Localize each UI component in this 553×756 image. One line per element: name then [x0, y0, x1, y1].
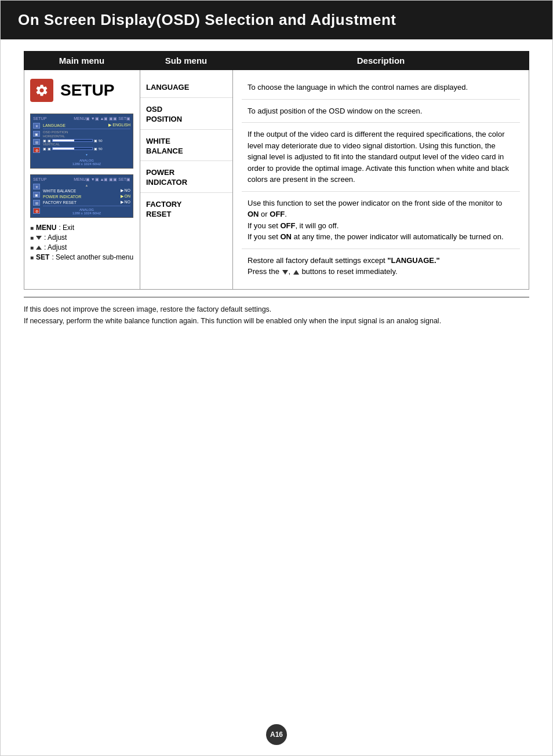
osd1-hbar: ▣ ▣ ▣ 50 — [43, 138, 130, 143]
sub-menu-column: LANGUAGE OSDPOSITION WHITEBALANCE POWERI… — [140, 70, 233, 289]
control-notes: ■ MENU : Exit ■ : Adjust ■ — [30, 224, 134, 261]
osd-screen-2: SETUP MENU▣ ▼▣ ▲▣ ▣▣ SET▣ ✳ ▣ ⊞ ⚙ ▲ — [30, 174, 133, 218]
note-down: ■ : Adjust — [30, 233, 134, 242]
footer-note: If this does not improve the screen imag… — [24, 297, 529, 327]
page-title: On Screen Display(OSD) Selection and Adj… — [18, 11, 396, 28]
left-column: SETUP SETUP MENU▣ ▼▣ ▲▣ ▣▣ SET▣ ✳ ▣ ⊞ ⚙ — [24, 70, 140, 289]
setup-label: SETUP — [60, 81, 114, 100]
sub-item-white-balance: WHITEBALANCE — [140, 130, 232, 162]
osd2-topbar: SETUP MENU▣ ▼▣ ▲▣ ▣▣ SET▣ — [33, 177, 130, 182]
down-arrow-icon — [282, 270, 288, 275]
osd2-sidebar: ✳ ▣ ⊞ ⚙ ▲ WHITE BALANCE ▶ NO — [33, 184, 130, 215]
osd2-content: ▲ WHITE BALANCE ▶ NO POWER INDICATOR ▶ O… — [43, 184, 130, 215]
sub-item-language: LANGUAGE — [140, 76, 232, 98]
osd1-icons: ✳ ▣ ⊞ ⚙ — [33, 123, 41, 166]
note-menu: ■ MENU : Exit — [30, 224, 134, 232]
osd2-icon1: ✳ — [33, 184, 40, 189]
desc-white-balance: If the output of the video card is diffe… — [242, 123, 520, 192]
osd-screen-1: SETUP MENU▣ ▼▣ ▲▣ ▣▣ SET▣ ✳ ▣ ⊞ ⚙ LANGUA — [30, 114, 133, 169]
up-arrow-icon — [293, 270, 299, 275]
sub-item-osd: OSDPOSITION — [140, 98, 232, 130]
osd2-div — [43, 206, 130, 206]
gear-svg — [35, 83, 49, 97]
setup-icon-row: SETUP — [30, 79, 134, 108]
content-area: Main menu Sub menu Description SETUP — [1, 39, 552, 344]
col-main-header: Main menu — [24, 51, 140, 70]
sub-item-power: POWERINDICATOR — [140, 161, 232, 193]
note-up: ■ : Adjust — [30, 243, 134, 251]
osd2-icons: ✳ ▣ ⊞ ⚙ — [33, 184, 41, 215]
footer-line1: If this does not improve the screen imag… — [24, 305, 271, 313]
desc-osd-position: To adjust position of the OSD window on … — [242, 100, 520, 123]
footer-line2: If necessary, perform the white balance … — [24, 317, 441, 325]
osd1-icon1: ✳ — [33, 123, 40, 129]
osd2-fr: FACTORY RESET ▶ NO — [43, 200, 130, 204]
description-column: To choose the language in which the cont… — [233, 70, 529, 289]
osd2-icon4: ⚙ — [33, 208, 40, 214]
osd2-icon2: ▣ — [33, 192, 40, 198]
osd2-wb: WHITE BALANCE ▶ NO — [43, 188, 130, 193]
osd1-icon3: ⊞ — [33, 139, 40, 145]
osd1-language-row: LANGUAGE ▶ ENGLISH — [43, 123, 130, 127]
osd2-bottom: ANALOG1280 x 1024 60HZ — [43, 208, 130, 215]
desc-power-indicator: Use this function to set the power indic… — [242, 192, 520, 249]
col-desc-header: Description — [232, 51, 529, 70]
osd1-topbar: SETUP MENU▣ ▼▣ ▲▣ ▣▣ SET▣ — [33, 116, 130, 121]
desc-factory-reset: Restore all factory default settings exc… — [242, 249, 520, 283]
osd1-content: LANGUAGE ▶ ENGLISH OSD POSITION HORIZONT… — [43, 123, 130, 166]
osd1-bottom: ANALOG1280 x 1024 60HZ — [43, 159, 130, 166]
osd2-pi: POWER INDICATOR ▶ ON — [43, 194, 130, 199]
page-badge: A16 — [266, 724, 287, 745]
desc-language: To choose the language in which the cont… — [242, 76, 520, 100]
table-header: Main menu Sub menu Description — [24, 51, 529, 70]
osd1-icon2: ▣ — [33, 131, 40, 137]
main-table-area: SETUP SETUP MENU▣ ▼▣ ▲▣ ▣▣ SET▣ ✳ ▣ ⊞ ⚙ — [24, 70, 529, 290]
osd1-div1 — [43, 129, 130, 129]
osd1-vbar: ▣ ▣ ▣ 50 — [43, 147, 130, 151]
sub-item-factory: FACTORYRESET — [140, 193, 232, 224]
col-sub-header: Sub menu — [140, 51, 232, 70]
page: On Screen Display(OSD) Selection and Adj… — [0, 0, 553, 756]
page-header: On Screen Display(OSD) Selection and Adj… — [1, 1, 552, 39]
setup-gear-icon — [30, 79, 53, 102]
osd1-sidebar: ✳ ▣ ⊞ ⚙ LANGUAGE ▶ ENGLISH OSD POSITION — [33, 123, 130, 166]
osd2-icon3: ⊞ — [33, 200, 40, 206]
note-set: ■ SET : Select another sub-menu — [30, 253, 134, 261]
osd1-icon4: ⚙ — [33, 147, 40, 153]
